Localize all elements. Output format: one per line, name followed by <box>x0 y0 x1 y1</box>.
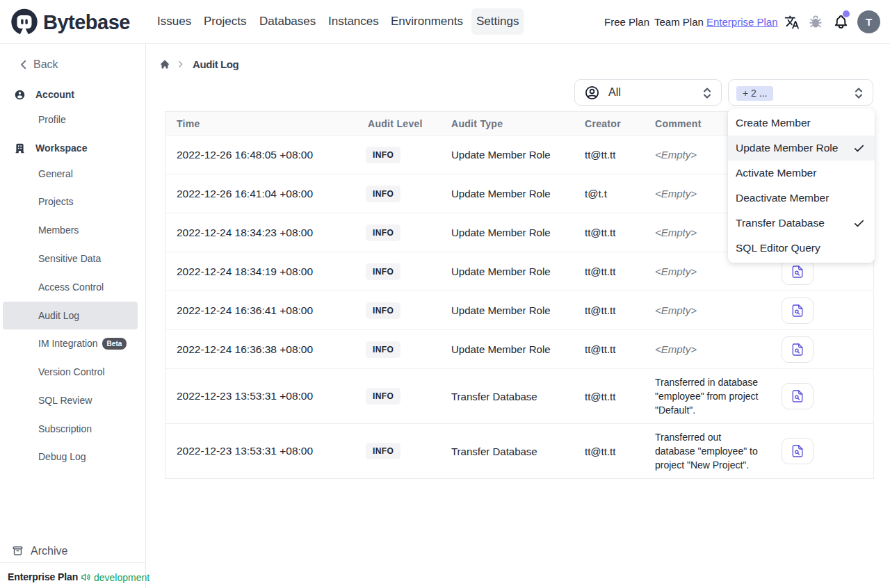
svg-text:Bytebase: Bytebase <box>43 11 130 33</box>
